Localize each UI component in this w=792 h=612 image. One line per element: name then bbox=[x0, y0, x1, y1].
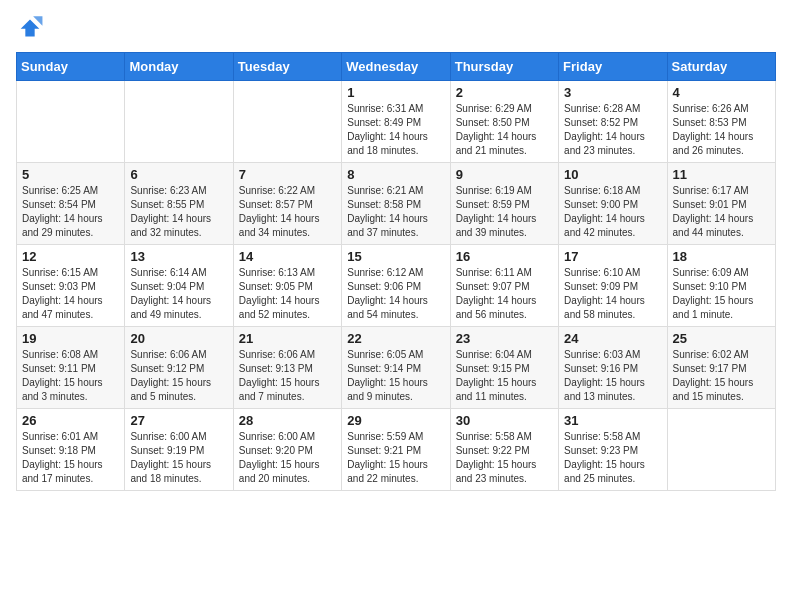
day-number: 24 bbox=[564, 331, 661, 346]
day-number: 19 bbox=[22, 331, 119, 346]
calendar-week-row: 26Sunrise: 6:01 AM Sunset: 9:18 PM Dayli… bbox=[17, 409, 776, 491]
calendar-week-row: 19Sunrise: 6:08 AM Sunset: 9:11 PM Dayli… bbox=[17, 327, 776, 409]
calendar-week-row: 1Sunrise: 6:31 AM Sunset: 8:49 PM Daylig… bbox=[17, 81, 776, 163]
day-number: 20 bbox=[130, 331, 227, 346]
calendar-cell: 9Sunrise: 6:19 AM Sunset: 8:59 PM Daylig… bbox=[450, 163, 558, 245]
day-number: 25 bbox=[673, 331, 770, 346]
calendar-cell: 14Sunrise: 6:13 AM Sunset: 9:05 PM Dayli… bbox=[233, 245, 341, 327]
day-number: 16 bbox=[456, 249, 553, 264]
day-number: 29 bbox=[347, 413, 444, 428]
calendar-cell: 29Sunrise: 5:59 AM Sunset: 9:21 PM Dayli… bbox=[342, 409, 450, 491]
day-info: Sunrise: 6:10 AM Sunset: 9:09 PM Dayligh… bbox=[564, 266, 661, 322]
calendar-cell: 24Sunrise: 6:03 AM Sunset: 9:16 PM Dayli… bbox=[559, 327, 667, 409]
day-number: 17 bbox=[564, 249, 661, 264]
calendar-cell: 11Sunrise: 6:17 AM Sunset: 9:01 PM Dayli… bbox=[667, 163, 775, 245]
day-number: 10 bbox=[564, 167, 661, 182]
calendar-cell: 26Sunrise: 6:01 AM Sunset: 9:18 PM Dayli… bbox=[17, 409, 125, 491]
day-number: 13 bbox=[130, 249, 227, 264]
day-info: Sunrise: 6:29 AM Sunset: 8:50 PM Dayligh… bbox=[456, 102, 553, 158]
day-header-tuesday: Tuesday bbox=[233, 53, 341, 81]
page-header bbox=[16, 16, 776, 40]
day-number: 12 bbox=[22, 249, 119, 264]
day-info: Sunrise: 6:09 AM Sunset: 9:10 PM Dayligh… bbox=[673, 266, 770, 322]
day-number: 21 bbox=[239, 331, 336, 346]
day-info: Sunrise: 6:21 AM Sunset: 8:58 PM Dayligh… bbox=[347, 184, 444, 240]
day-info: Sunrise: 5:58 AM Sunset: 9:22 PM Dayligh… bbox=[456, 430, 553, 486]
day-number: 31 bbox=[564, 413, 661, 428]
day-info: Sunrise: 6:01 AM Sunset: 9:18 PM Dayligh… bbox=[22, 430, 119, 486]
day-number: 5 bbox=[22, 167, 119, 182]
day-number: 6 bbox=[130, 167, 227, 182]
calendar-week-row: 5Sunrise: 6:25 AM Sunset: 8:54 PM Daylig… bbox=[17, 163, 776, 245]
day-number: 18 bbox=[673, 249, 770, 264]
calendar-table: SundayMondayTuesdayWednesdayThursdayFrid… bbox=[16, 52, 776, 491]
calendar-cell: 23Sunrise: 6:04 AM Sunset: 9:15 PM Dayli… bbox=[450, 327, 558, 409]
calendar-cell: 16Sunrise: 6:11 AM Sunset: 9:07 PM Dayli… bbox=[450, 245, 558, 327]
calendar-cell bbox=[667, 409, 775, 491]
day-number: 8 bbox=[347, 167, 444, 182]
day-info: Sunrise: 6:04 AM Sunset: 9:15 PM Dayligh… bbox=[456, 348, 553, 404]
day-header-friday: Friday bbox=[559, 53, 667, 81]
calendar-cell bbox=[17, 81, 125, 163]
day-info: Sunrise: 6:25 AM Sunset: 8:54 PM Dayligh… bbox=[22, 184, 119, 240]
calendar-cell: 12Sunrise: 6:15 AM Sunset: 9:03 PM Dayli… bbox=[17, 245, 125, 327]
day-number: 22 bbox=[347, 331, 444, 346]
calendar-cell: 10Sunrise: 6:18 AM Sunset: 9:00 PM Dayli… bbox=[559, 163, 667, 245]
day-info: Sunrise: 5:59 AM Sunset: 9:21 PM Dayligh… bbox=[347, 430, 444, 486]
calendar-cell: 31Sunrise: 5:58 AM Sunset: 9:23 PM Dayli… bbox=[559, 409, 667, 491]
calendar-cell: 21Sunrise: 6:06 AM Sunset: 9:13 PM Dayli… bbox=[233, 327, 341, 409]
day-number: 26 bbox=[22, 413, 119, 428]
day-info: Sunrise: 6:17 AM Sunset: 9:01 PM Dayligh… bbox=[673, 184, 770, 240]
day-info: Sunrise: 6:19 AM Sunset: 8:59 PM Dayligh… bbox=[456, 184, 553, 240]
day-header-sunday: Sunday bbox=[17, 53, 125, 81]
calendar-cell: 17Sunrise: 6:10 AM Sunset: 9:09 PM Dayli… bbox=[559, 245, 667, 327]
day-number: 2 bbox=[456, 85, 553, 100]
day-number: 11 bbox=[673, 167, 770, 182]
calendar-cell bbox=[233, 81, 341, 163]
day-info: Sunrise: 6:28 AM Sunset: 8:52 PM Dayligh… bbox=[564, 102, 661, 158]
day-info: Sunrise: 6:22 AM Sunset: 8:57 PM Dayligh… bbox=[239, 184, 336, 240]
day-info: Sunrise: 6:08 AM Sunset: 9:11 PM Dayligh… bbox=[22, 348, 119, 404]
day-number: 23 bbox=[456, 331, 553, 346]
calendar-cell: 19Sunrise: 6:08 AM Sunset: 9:11 PM Dayli… bbox=[17, 327, 125, 409]
day-number: 28 bbox=[239, 413, 336, 428]
calendar-week-row: 12Sunrise: 6:15 AM Sunset: 9:03 PM Dayli… bbox=[17, 245, 776, 327]
day-number: 4 bbox=[673, 85, 770, 100]
calendar-cell: 3Sunrise: 6:28 AM Sunset: 8:52 PM Daylig… bbox=[559, 81, 667, 163]
day-info: Sunrise: 6:12 AM Sunset: 9:06 PM Dayligh… bbox=[347, 266, 444, 322]
day-info: Sunrise: 6:05 AM Sunset: 9:14 PM Dayligh… bbox=[347, 348, 444, 404]
day-number: 15 bbox=[347, 249, 444, 264]
day-number: 14 bbox=[239, 249, 336, 264]
day-number: 27 bbox=[130, 413, 227, 428]
day-info: Sunrise: 6:06 AM Sunset: 9:12 PM Dayligh… bbox=[130, 348, 227, 404]
calendar-cell: 15Sunrise: 6:12 AM Sunset: 9:06 PM Dayli… bbox=[342, 245, 450, 327]
calendar-cell: 22Sunrise: 6:05 AM Sunset: 9:14 PM Dayli… bbox=[342, 327, 450, 409]
day-info: Sunrise: 6:03 AM Sunset: 9:16 PM Dayligh… bbox=[564, 348, 661, 404]
calendar-cell: 7Sunrise: 6:22 AM Sunset: 8:57 PM Daylig… bbox=[233, 163, 341, 245]
day-number: 1 bbox=[347, 85, 444, 100]
day-info: Sunrise: 6:18 AM Sunset: 9:00 PM Dayligh… bbox=[564, 184, 661, 240]
calendar-cell: 13Sunrise: 6:14 AM Sunset: 9:04 PM Dayli… bbox=[125, 245, 233, 327]
day-info: Sunrise: 6:26 AM Sunset: 8:53 PM Dayligh… bbox=[673, 102, 770, 158]
calendar-cell: 28Sunrise: 6:00 AM Sunset: 9:20 PM Dayli… bbox=[233, 409, 341, 491]
day-info: Sunrise: 6:02 AM Sunset: 9:17 PM Dayligh… bbox=[673, 348, 770, 404]
calendar-cell: 1Sunrise: 6:31 AM Sunset: 8:49 PM Daylig… bbox=[342, 81, 450, 163]
day-number: 30 bbox=[456, 413, 553, 428]
day-info: Sunrise: 6:31 AM Sunset: 8:49 PM Dayligh… bbox=[347, 102, 444, 158]
logo-icon bbox=[16, 16, 44, 40]
day-header-monday: Monday bbox=[125, 53, 233, 81]
day-info: Sunrise: 6:11 AM Sunset: 9:07 PM Dayligh… bbox=[456, 266, 553, 322]
calendar-cell: 25Sunrise: 6:02 AM Sunset: 9:17 PM Dayli… bbox=[667, 327, 775, 409]
day-info: Sunrise: 6:15 AM Sunset: 9:03 PM Dayligh… bbox=[22, 266, 119, 322]
day-number: 3 bbox=[564, 85, 661, 100]
day-number: 7 bbox=[239, 167, 336, 182]
calendar-cell: 30Sunrise: 5:58 AM Sunset: 9:22 PM Dayli… bbox=[450, 409, 558, 491]
calendar-cell bbox=[125, 81, 233, 163]
day-header-thursday: Thursday bbox=[450, 53, 558, 81]
day-info: Sunrise: 6:14 AM Sunset: 9:04 PM Dayligh… bbox=[130, 266, 227, 322]
calendar-cell: 5Sunrise: 6:25 AM Sunset: 8:54 PM Daylig… bbox=[17, 163, 125, 245]
calendar-cell: 6Sunrise: 6:23 AM Sunset: 8:55 PM Daylig… bbox=[125, 163, 233, 245]
day-number: 9 bbox=[456, 167, 553, 182]
day-info: Sunrise: 6:00 AM Sunset: 9:20 PM Dayligh… bbox=[239, 430, 336, 486]
day-info: Sunrise: 5:58 AM Sunset: 9:23 PM Dayligh… bbox=[564, 430, 661, 486]
